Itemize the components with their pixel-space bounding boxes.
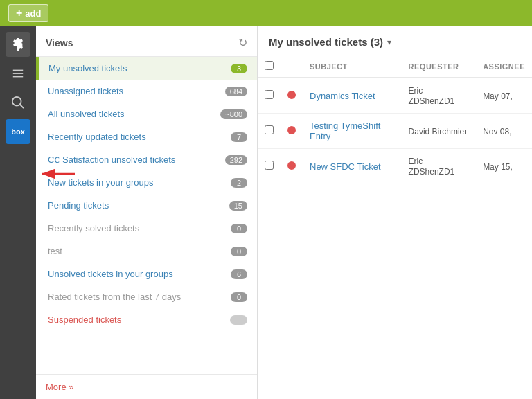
refresh-button[interactable]: ↻ bbox=[238, 36, 247, 49]
view-item-my-unsolved[interactable]: My unsolved tickets 3 bbox=[36, 57, 257, 80]
requester-cell: Eric ZDShenZD1 bbox=[402, 149, 477, 184]
view-label: My unsolved tickets bbox=[48, 63, 127, 73]
content-title: My unsolved tickets (3) bbox=[269, 36, 383, 48]
view-item-all-unsolved[interactable]: All unsolved tickets ~800 bbox=[36, 103, 257, 125]
date-cell: Nov 08, bbox=[476, 114, 532, 149]
select-all-checkbox[interactable] bbox=[265, 61, 274, 70]
view-item-new-groups[interactable]: New tickets in your groups 2 bbox=[36, 171, 257, 194]
status-cell bbox=[281, 149, 303, 184]
col-header-subject: SUBJECT bbox=[303, 55, 402, 78]
view-count: — bbox=[230, 315, 247, 325]
subject-cell: Dynamics Ticket bbox=[303, 78, 402, 114]
more-link[interactable]: More » bbox=[46, 382, 73, 392]
ticket-requester: Eric ZDShenZD1 bbox=[409, 86, 455, 106]
view-count: 15 bbox=[229, 201, 247, 211]
view-count: 684 bbox=[225, 87, 247, 96]
view-label: Rated tickets from the last 7 days bbox=[48, 292, 181, 302]
search-button[interactable] bbox=[6, 90, 30, 115]
view-item-suspended[interactable]: Suspended tickets — bbox=[36, 308, 257, 331]
table-header: SUBJECT REQUESTER ASSIGNEE bbox=[258, 55, 532, 78]
hamburger-icon bbox=[12, 67, 24, 80]
status-cell bbox=[281, 114, 303, 149]
ticket-requester: David Birchmier bbox=[409, 127, 468, 136]
col-header-status bbox=[281, 55, 303, 78]
add-label: add bbox=[25, 8, 41, 19]
view-item-csat[interactable]: C₵ Satisfaction unsolved tickets 292 bbox=[36, 148, 257, 171]
views-title: Views bbox=[46, 37, 73, 48]
view-item-recently-solved: Recently solved tickets 0 bbox=[36, 217, 257, 240]
view-item-unsolved-groups[interactable]: Unsolved tickets in your groups 6 bbox=[36, 263, 257, 285]
ticket-requester: Eric ZDShenZD1 bbox=[409, 157, 455, 177]
row-checkbox[interactable] bbox=[265, 161, 274, 170]
select-all-header bbox=[258, 55, 281, 78]
view-count: 3 bbox=[231, 64, 247, 73]
menu-button[interactable] bbox=[6, 61, 30, 86]
add-button[interactable]: + add bbox=[8, 4, 48, 22]
dropdown-arrow-icon[interactable]: ▾ bbox=[387, 37, 391, 47]
view-count: 7 bbox=[231, 132, 247, 142]
ticket-date: Nov 08, bbox=[483, 127, 511, 136]
svg-rect-0 bbox=[13, 70, 23, 71]
tickets-list: SUBJECT REQUESTER ASSIGNEE bbox=[258, 55, 532, 184]
svg-rect-1 bbox=[13, 73, 23, 74]
view-count: 292 bbox=[225, 155, 247, 165]
row-checkbox-cell bbox=[258, 149, 281, 184]
view-label: Pending tickets bbox=[48, 200, 109, 211]
view-item-unassigned[interactable]: Unassigned tickets 684 bbox=[36, 80, 257, 103]
table-row: Dynamics Ticket Eric ZDShenZD1 May 07, bbox=[258, 78, 532, 114]
views-sidebar: Views ↻ My unsolved tickets 3 Unassigned… bbox=[36, 26, 258, 399]
status-cell bbox=[281, 78, 303, 114]
plus-icon: + bbox=[16, 7, 22, 19]
view-label: Unsolved tickets in your groups bbox=[48, 269, 173, 279]
content-header: My unsolved tickets (3) ▾ bbox=[258, 26, 532, 55]
view-label: C₵ Satisfaction unsolved tickets bbox=[48, 154, 175, 165]
content-area: My unsolved tickets (3) ▾ SUBJECT REQUES… bbox=[258, 26, 532, 399]
view-item-rated: Rated tickets from the last 7 days 0 bbox=[36, 285, 257, 308]
view-count: 2 bbox=[231, 178, 247, 188]
table-row: Testing TymeShift Entry David Birchmier … bbox=[258, 114, 532, 149]
view-label: New tickets in your groups bbox=[48, 177, 153, 188]
row-checkbox-cell bbox=[258, 114, 281, 149]
status-dot bbox=[287, 91, 296, 99]
view-count: ~800 bbox=[220, 109, 247, 119]
gear-icon bbox=[12, 38, 24, 51]
views-header: Views ↻ bbox=[36, 26, 257, 57]
box-label: box bbox=[11, 127, 25, 136]
ticket-subject[interactable]: Testing TymeShift Entry bbox=[310, 121, 380, 141]
ticket-subject[interactable]: New SFDC Ticket bbox=[310, 161, 381, 172]
date-cell: May 15, bbox=[476, 149, 532, 184]
views-footer: More » bbox=[36, 374, 257, 399]
search-icon bbox=[12, 96, 24, 109]
date-cell: May 07, bbox=[476, 78, 532, 114]
gear-button[interactable] bbox=[6, 32, 30, 57]
box-button[interactable]: box bbox=[6, 119, 30, 144]
row-checkbox[interactable] bbox=[265, 125, 274, 134]
view-label: Suspended tickets bbox=[48, 314, 121, 325]
view-item-test: test 0 bbox=[36, 240, 257, 263]
view-count: 0 bbox=[231, 292, 247, 302]
ticket-subject[interactable]: Dynamics Ticket bbox=[310, 91, 375, 101]
row-checkbox-cell bbox=[258, 78, 281, 114]
view-label: All unsolved tickets bbox=[48, 109, 125, 119]
view-item-pending[interactable]: Pending tickets 15 bbox=[36, 194, 257, 217]
requester-cell: David Birchmier bbox=[402, 114, 477, 149]
col-header-assignee: ASSIGNEE bbox=[476, 55, 532, 78]
subject-cell: New SFDC Ticket bbox=[303, 149, 402, 184]
status-dot bbox=[287, 126, 296, 134]
requester-cell: Eric ZDShenZD1 bbox=[402, 78, 477, 114]
top-bar: + add bbox=[0, 0, 532, 26]
subject-cell: Testing TymeShift Entry bbox=[303, 114, 402, 149]
view-item-recently-updated[interactable]: Recently updated tickets 7 bbox=[36, 125, 257, 148]
col-header-requester: REQUESTER bbox=[402, 55, 477, 78]
main-layout: box Views ↻ My unsolved tickets 3 Unassi… bbox=[0, 26, 532, 399]
view-count: 6 bbox=[231, 269, 247, 279]
view-label: Recently solved tickets bbox=[48, 223, 139, 233]
tickets-table: SUBJECT REQUESTER ASSIGNEE bbox=[258, 55, 532, 399]
status-dot bbox=[287, 161, 296, 170]
view-label: Unassigned tickets bbox=[48, 86, 123, 96]
view-count: 0 bbox=[231, 224, 247, 233]
row-checkbox[interactable] bbox=[265, 90, 274, 99]
views-list: My unsolved tickets 3 Unassigned tickets… bbox=[36, 57, 257, 374]
ticket-date: May 15, bbox=[483, 162, 513, 172]
view-label: Recently updated tickets bbox=[48, 132, 146, 142]
